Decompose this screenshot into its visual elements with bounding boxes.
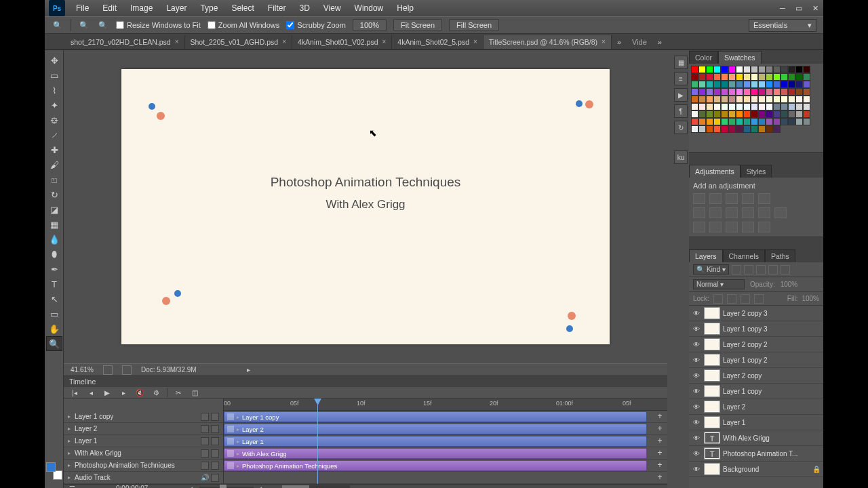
- swatch[interactable]: [758, 110, 766, 118]
- adj-channelmixer-icon[interactable]: [758, 207, 770, 218]
- swatch[interactable]: [728, 96, 736, 103]
- swatch[interactable]: [721, 103, 728, 110]
- timeline-clip[interactable]: ▸Layer 1: [224, 436, 647, 447]
- swatch[interactable]: [781, 96, 788, 103]
- adj-colorlookup-icon[interactable]: [774, 207, 787, 218]
- swatch[interactable]: [781, 66, 788, 73]
- swatch[interactable]: [751, 118, 758, 125]
- swatch[interactable]: [736, 81, 743, 88]
- dock-icon[interactable]: ↻: [674, 121, 688, 134]
- swatch[interactable]: [781, 110, 788, 118]
- swatch[interactable]: [766, 118, 773, 125]
- swatch[interactable]: [803, 118, 810, 125]
- tab-styles[interactable]: Styles: [741, 165, 772, 178]
- layer-row[interactable]: 👁Layer 1 copy 2: [689, 352, 823, 368]
- adj-selectivecolor-icon[interactable]: [758, 222, 770, 232]
- gradient-tool[interactable]: ▦: [46, 217, 62, 232]
- swatch[interactable]: [795, 96, 803, 103]
- track-icon[interactable]: [211, 462, 219, 470]
- tab-paths[interactable]: Paths: [765, 249, 795, 262]
- video-tab-partial[interactable]: Vide: [627, 38, 652, 46]
- swatch[interactable]: [736, 110, 743, 118]
- layer-row[interactable]: 👁Layer 2 copy 3: [689, 306, 823, 321]
- swatch[interactable]: [773, 110, 781, 118]
- dock-icon[interactable]: ¶: [674, 104, 688, 118]
- track-icon[interactable]: [201, 462, 209, 470]
- visibility-icon[interactable]: 👁: [692, 466, 701, 473]
- add-clip-button[interactable]: +: [655, 424, 665, 434]
- swatch[interactable]: [758, 73, 766, 81]
- swatch[interactable]: [713, 125, 721, 133]
- swatch[interactable]: [751, 125, 758, 133]
- swatch[interactable]: [691, 81, 698, 88]
- swatch[interactable]: [758, 88, 766, 96]
- swatch[interactable]: [743, 81, 751, 88]
- swatch[interactable]: [706, 103, 713, 110]
- swatch[interactable]: [773, 103, 781, 110]
- visibility-icon[interactable]: 👁: [692, 357, 701, 364]
- filter-pixel-icon[interactable]: [732, 265, 741, 274]
- timeline-menu-icon[interactable]: ☰: [69, 485, 75, 488]
- swatch[interactable]: [803, 88, 810, 96]
- layer-row[interactable]: 👁Layer 1 copy: [689, 384, 823, 399]
- menu-file[interactable]: File: [69, 1, 96, 16]
- transition-button[interactable]: ◫: [189, 387, 200, 398]
- eyedropper-tool[interactable]: ⟋: [46, 127, 62, 142]
- swatch[interactable]: [781, 88, 788, 96]
- visibility-icon[interactable]: 👁: [692, 341, 701, 348]
- swatch[interactable]: [728, 125, 736, 133]
- document-view[interactable]: Photoshop Animation Techniques With Alex…: [64, 50, 667, 363]
- track-icon[interactable]: [201, 413, 209, 421]
- fit-screen-button[interactable]: Fit Screen: [393, 19, 442, 31]
- tab-adjustments[interactable]: Adjustments: [689, 165, 741, 178]
- crop-tool[interactable]: ⯐: [46, 113, 62, 127]
- menu-view[interactable]: View: [317, 1, 348, 16]
- swatch[interactable]: [773, 96, 781, 103]
- menu-3d[interactable]: 3D: [292, 1, 316, 16]
- swatch[interactable]: [736, 73, 743, 81]
- adj-threshold-icon[interactable]: [726, 222, 738, 232]
- swatch[interactable]: [698, 66, 706, 73]
- tab-close-icon[interactable]: ×: [382, 38, 386, 45]
- add-clip-button[interactable]: +: [655, 473, 665, 483]
- visibility-icon[interactable]: 👁: [692, 419, 701, 426]
- eraser-tool[interactable]: ◪: [46, 202, 62, 217]
- swatch[interactable]: [743, 103, 751, 110]
- swatch[interactable]: [788, 81, 795, 88]
- split-button[interactable]: ✂: [173, 387, 184, 398]
- adj-bw-icon[interactable]: [726, 207, 738, 218]
- zoom-level[interactable]: 41.61%: [71, 366, 94, 373]
- history-brush-tool[interactable]: ↻: [46, 187, 62, 202]
- track-icon[interactable]: [211, 449, 219, 458]
- swatch[interactable]: [773, 66, 781, 73]
- adj-levels-icon[interactable]: [709, 193, 722, 204]
- swatch[interactable]: [773, 81, 781, 88]
- swatch[interactable]: [706, 125, 713, 133]
- mute-button[interactable]: 🔇: [134, 387, 145, 398]
- shape-tool[interactable]: ▭: [46, 306, 62, 321]
- document-tab[interactable]: shot_2170_v02HD_CLEAN.psd×: [65, 35, 185, 49]
- adj-posterize-icon[interactable]: [709, 222, 722, 232]
- swatch[interactable]: [736, 103, 743, 110]
- swatch[interactable]: [736, 66, 743, 73]
- swatch[interactable]: [713, 81, 721, 88]
- swatch[interactable]: [766, 96, 773, 103]
- tab-color[interactable]: Color: [689, 51, 718, 64]
- visibility-icon[interactable]: 👁: [692, 325, 701, 333]
- fill-screen-button[interactable]: Fill Screen: [449, 19, 499, 31]
- swatch[interactable]: [766, 73, 773, 81]
- swatch[interactable]: [751, 73, 758, 81]
- track-icon[interactable]: [211, 437, 219, 445]
- swatch[interactable]: [781, 81, 788, 88]
- menu-select[interactable]: Select: [224, 1, 260, 16]
- lock-transparency-icon[interactable]: [713, 294, 723, 304]
- menu-type[interactable]: Type: [193, 1, 224, 16]
- visibility-icon[interactable]: 👁: [692, 450, 701, 458]
- tab-close-icon[interactable]: ×: [601, 38, 606, 45]
- track-icon[interactable]: [211, 425, 219, 433]
- layer-thumbnail[interactable]: [704, 416, 720, 428]
- swatch[interactable]: [751, 81, 758, 88]
- adj-photofilter-icon[interactable]: [742, 207, 754, 218]
- mute-icon[interactable]: 🔊: [201, 474, 209, 482]
- minimize-button[interactable]: ─: [774, 1, 791, 15]
